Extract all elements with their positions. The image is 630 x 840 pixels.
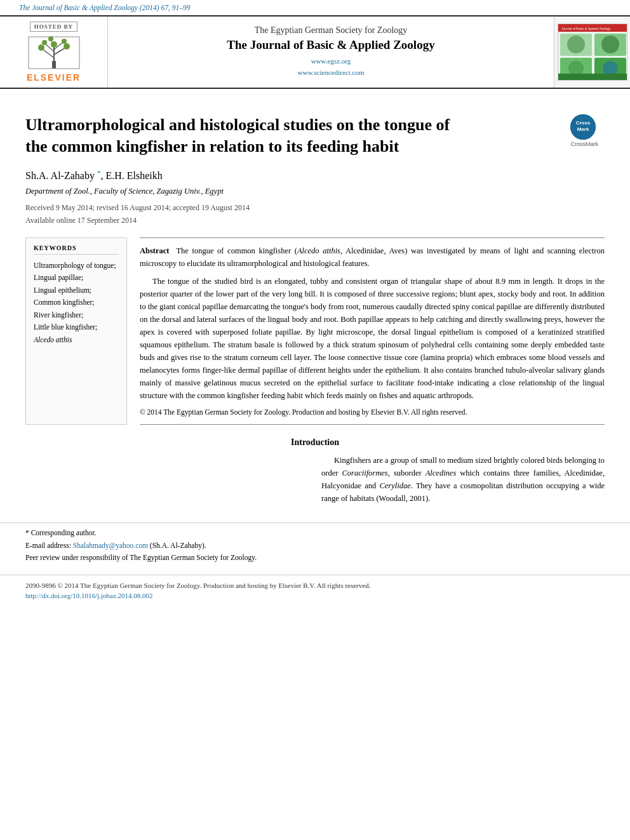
journal-header: HOSTED BY xyxy=(0,15,630,89)
footnotes: * Corresponding author. E-mail address: … xyxy=(0,523,630,568)
keyword-3: Lingual epithelium; xyxy=(34,284,119,297)
email-link[interactable]: Shalahmady@yahoo.com xyxy=(73,542,148,549)
journal-url1[interactable]: www.egsz.org xyxy=(298,56,365,67)
abstract-copyright: © 2014 The Egyptian German Society for Z… xyxy=(140,407,605,418)
elsevier-tree-icon xyxy=(25,36,83,70)
affiliation: Department of Zool., Faculty of Science,… xyxy=(25,187,605,196)
keyword-5: River kingfisher; xyxy=(34,309,119,322)
keywords-list: Ultramorphology of tongue; Lingual papil… xyxy=(34,260,119,347)
introduction-section: Introduction Kingfishers are a group of … xyxy=(25,437,605,510)
header-center-panel: The Egyptian German Society for Zoology … xyxy=(108,17,554,88)
keywords-column: KEYWORDS Ultramorphology of tongue; Ling… xyxy=(25,237,127,425)
authors: Sh.A. Al-Zahaby *, E.H. Elsheikh xyxy=(25,169,605,182)
footnote-corresponding: * Corresponding author. xyxy=(25,527,605,540)
intro-right-col: Kingfishers are a group of small to medi… xyxy=(321,454,605,510)
intro-paragraph-1: Kingfishers are a group of small to medi… xyxy=(321,454,605,505)
keyword-7: Alcedo atthis xyxy=(34,334,119,347)
keyword-1: Ultramorphology of tongue; xyxy=(34,260,119,272)
abstract-top-divider xyxy=(140,237,605,238)
svg-point-8 xyxy=(64,43,70,50)
journal-citation: The Journal of Basic & Applied Zoology (… xyxy=(0,0,630,15)
svg-text:Mark: Mark xyxy=(577,126,589,132)
crossmark-label: CrossMark xyxy=(570,141,598,147)
journal-society: The Egyptian German Society for Zoology xyxy=(255,25,408,36)
cover-image-icon: Journal of Basic & Applied Zoology xyxy=(558,24,627,81)
svg-point-10 xyxy=(62,39,67,44)
abstract-paragraph-1: Abstract The tongue of common kingfisher… xyxy=(140,244,605,270)
header-left-panel: HOSTED BY xyxy=(0,17,108,88)
page-footer: 2090-9896 © 2014 The Egyptian German Soc… xyxy=(0,575,630,604)
intro-left-col xyxy=(25,454,309,510)
svg-point-9 xyxy=(42,40,47,45)
crossmark-svg: Cross Mark xyxy=(570,114,596,140)
footnote-peer-review: Peer review under responsibility of The … xyxy=(25,552,605,564)
svg-text:Cross: Cross xyxy=(576,120,591,126)
crossmark-icon: Cross Mark xyxy=(570,114,596,140)
dates-line2: Available online 17 September 2014 xyxy=(25,214,605,227)
journal-urls: www.egsz.org www.sciencedirect.com xyxy=(298,56,365,78)
hosted-by-label: HOSTED BY xyxy=(30,22,77,32)
keyword-6: Little blue kingfisher; xyxy=(34,321,119,334)
elsevier-brand-text: ELSEVIER xyxy=(27,72,81,83)
footer-copyright: 2090-9896 © 2014 The Egyptian German Soc… xyxy=(25,582,605,589)
abstract-column: Abstract The tongue of common kingfisher… xyxy=(140,237,605,425)
email-suffix: (Sh.A. Al-Zahaby). xyxy=(148,542,206,549)
introduction-title: Introduction xyxy=(25,437,605,448)
svg-point-12 xyxy=(51,41,57,48)
email-label: E-mail address: xyxy=(25,542,73,549)
svg-point-7 xyxy=(38,44,44,51)
svg-point-21 xyxy=(567,36,585,53)
main-content: Cross Mark CrossMark Ultramorphological … xyxy=(0,89,630,523)
abstract-bottom-divider xyxy=(140,424,605,425)
svg-point-22 xyxy=(601,36,619,53)
header-right-panel: Journal of Basic & Applied Zoology xyxy=(554,17,630,88)
abstract-paragraph-2: The tongue of the studied bird is an elo… xyxy=(140,275,605,402)
journal-cover-image: Journal of Basic & Applied Zoology xyxy=(558,23,627,81)
author-names: Sh.A. Al-Zahaby *, E.H. Elsheikh xyxy=(25,170,163,181)
footnote-email: E-mail address: Shalahmady@yahoo.com (Sh… xyxy=(25,540,605,552)
dates-line1: Received 9 May 2014; revised 16 August 2… xyxy=(25,201,605,214)
abstract-label: Abstract xyxy=(140,246,170,255)
keywords-abstract-section: KEYWORDS Ultramorphology of tongue; Ling… xyxy=(25,237,605,425)
elsevier-logo: ELSEVIER xyxy=(25,36,83,83)
abstract-text: Abstract The tongue of common kingfisher… xyxy=(140,244,605,418)
journal-url2[interactable]: www.sciencedirect.com xyxy=(298,67,365,79)
article-title: Ultramorphological and histological stud… xyxy=(25,114,470,157)
crossmark-badge-container[interactable]: Cross Mark CrossMark xyxy=(570,114,598,147)
svg-rect-0 xyxy=(52,61,56,69)
keywords-header: KEYWORDS xyxy=(34,244,119,255)
keyword-2: Lingual papillae; xyxy=(34,272,119,284)
article-dates: Received 9 May 2014; revised 16 August 2… xyxy=(25,201,605,227)
journal-title-banner: The Journal of Basic & Applied Zoology xyxy=(227,38,434,52)
svg-rect-25 xyxy=(558,74,627,81)
footer-doi[interactable]: http://dx.doi.org/10.1016/j.jobaz.2014.0… xyxy=(25,592,605,599)
introduction-columns: Kingfishers are a group of small to medi… xyxy=(25,454,605,510)
svg-text:Journal of Basic & Applied Zoo: Journal of Basic & Applied Zoology xyxy=(561,27,611,30)
keyword-4: Common kingfisher; xyxy=(34,297,119,309)
